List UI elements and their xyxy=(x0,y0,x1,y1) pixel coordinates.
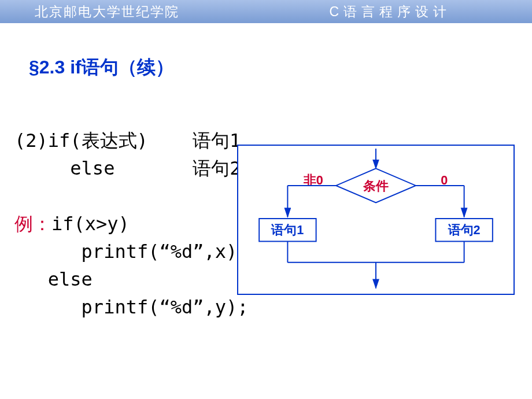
example-printf-y: printf(“%d”,y); xyxy=(82,296,249,318)
example-else: else xyxy=(48,268,93,290)
slide-header: 北京邮电大学世纪学院 C语言程序设计 xyxy=(0,0,532,23)
flowchart-svg: 条件 非0 0 语句1 语句2 xyxy=(238,146,513,294)
section-title: §2.3 if语句（续） xyxy=(29,55,532,80)
example-label: 例： xyxy=(14,213,51,235)
example-if: if(x>y) xyxy=(51,213,130,235)
example-printf-x: printf(“%d”,x); xyxy=(82,241,249,263)
syntax-stmt1: 语句1 xyxy=(193,130,241,152)
syntax-stmt2: 语句2 xyxy=(193,157,241,179)
course-name: C语言程序设计 xyxy=(329,3,451,21)
flowchart-container: 条件 非0 0 语句1 语句2 xyxy=(237,145,515,295)
syntax-else-part: else xyxy=(70,157,114,179)
stmt1-text: 语句1 xyxy=(271,223,304,237)
stmt2-text: 语句2 xyxy=(448,223,481,237)
condition-text: 条件 xyxy=(363,179,389,193)
example-line-4: printf(“%d”,y); xyxy=(14,293,532,321)
institution-name: 北京邮电大学世纪学院 xyxy=(35,3,179,21)
syntax-if-part: (2)if(表达式) xyxy=(14,130,148,152)
